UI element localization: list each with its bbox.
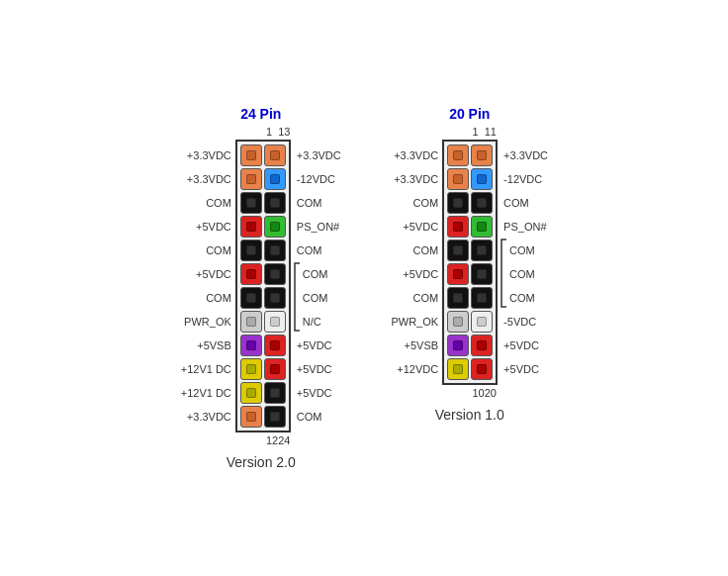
left-label-0: +3.3VDC [394,144,438,167]
pin-4 [447,192,469,214]
pin-5 [471,192,493,214]
left-label-4: COM [206,239,231,262]
pin-8 [447,240,469,261]
left-labels-v10: +3.3VDC+3.3VDCCOM+5VDCCOM+5VDCCOMPWR_OK+… [391,144,438,381]
pin-9 [264,240,286,261]
left-label-2: COM [412,191,438,215]
right-label-4: COM [293,239,341,262]
pin-top-left-v10: 1 [473,126,479,138]
pin-15 [264,311,286,333]
right-label-0: +3.3VDC [500,144,548,167]
pin-8 [240,240,262,261]
left-label-1: +3.3VDC [187,167,231,191]
right-label-8: +5VDC [500,334,548,357]
left-label-6: COM [206,286,231,310]
pin-6 [240,216,262,238]
pin-2 [447,168,469,190]
main-container: 24 Pin 1 13 +3.3VDC+3.3VDCCOM+5VDCCOM+5V… [155,86,573,490]
connector-v10: 20 Pin 1 11 +3.3VDC+3.3VDCCOM+5VDCCOM+5V… [387,106,554,423]
pin-4 [240,192,262,214]
left-label-1: +3.3VDC [394,167,438,191]
pin-14 [447,311,469,333]
left-label-4: COM [412,239,438,262]
left-label-8: +5VSB [405,334,439,357]
connector-v20: 24 Pin 1 13 +3.3VDC+3.3VDCCOM+5VDCCOM+5V… [175,106,347,470]
pin-10 [447,263,469,285]
right-side-v20: +3.3VDC-12VDCCOMPS_ON#COMCOMCOMN/C+5VDC+… [293,144,341,429]
pin-10 [240,263,262,285]
pin-7 [264,216,286,238]
pin-0 [447,144,469,166]
pin-16 [240,335,262,356]
left-label-9: +12VDC [397,357,438,381]
pin-12 [447,287,469,309]
connector-body-v20: +3.3VDC+3.3VDCCOM+5VDCCOM+5VDCCOMPWR_OK+… [181,140,341,432]
version-v10: Version 1.0 [435,407,504,423]
pin-18 [447,358,469,380]
pin-23 [264,406,286,428]
left-label-7: PWR_OK [391,310,438,334]
left-label-6: COM [412,286,438,310]
left-label-7: PWR_OK [184,310,231,334]
left-labels-v20: +3.3VDC+3.3VDCCOM+5VDCCOM+5VDCCOMPWR_OK+… [181,144,231,429]
pin-1 [264,144,286,166]
pin-9 [471,240,493,261]
pin-16 [447,335,469,356]
pin-22 [240,406,262,428]
right-labels-v10: +3.3VDC-12VDCCOMPS_ON#COMCOMCOM-5VDC+5VD… [500,144,548,381]
pin-grid-v10 [442,140,498,385]
pin-19 [471,358,493,380]
pin-21 [264,382,286,404]
connector-title-v20: 24 Pin [240,106,281,122]
pin-11 [471,263,493,285]
pin-19 [264,358,286,380]
pin-top-right-v10: 11 [485,126,497,138]
pin-11 [264,263,286,285]
pin-13 [471,287,493,309]
pin-bot-right-v20: 24 [278,434,290,446]
pin-grid-v20 [235,140,291,432]
pin-7 [471,216,493,238]
right-label-10: +5VDC [293,381,341,405]
right-label-0: +3.3VDC [293,144,341,167]
left-label-3: +5VDC [196,215,231,239]
right-label-9: +5VDC [500,357,548,381]
left-label-0: +3.3VDC [187,144,231,167]
pin-13 [264,287,286,309]
pin-3 [264,168,286,190]
pin-3 [471,168,493,190]
pin-bot-right-v10: 20 [485,387,497,399]
pin-bot-left-v20: 12 [266,434,278,446]
right-label-11: COM [293,405,341,429]
pin-14 [240,311,262,333]
right-label-2: COM [293,191,341,215]
pin-2 [240,168,262,190]
pin-20 [240,382,262,404]
version-v20: Version 2.0 [227,454,296,470]
left-label-8: +5VSB [197,334,231,357]
pin-1 [471,144,493,166]
left-label-5: +5VDC [403,262,438,286]
left-label-2: COM [206,191,231,215]
pin-top-right-v20: 13 [278,126,290,138]
right-label-9: +5VDC [293,357,341,381]
pin-top-left-v20: 1 [266,126,272,138]
right-label-1: -12VDC [293,167,341,191]
connector-title-v10: 20 Pin [449,106,490,122]
left-label-11: +3.3VDC [187,405,231,429]
pin-12 [240,287,262,309]
left-label-10: +12V1 DC [181,381,231,405]
pin-18 [240,358,262,380]
pin-17 [264,335,286,356]
pin-0 [240,144,262,166]
connector-body-v10: +3.3VDC+3.3VDCCOM+5VDCCOM+5VDCCOMPWR_OK+… [391,140,548,385]
pin-17 [471,335,493,356]
right-label-8: +5VDC [293,334,341,357]
right-label-3: PS_ON# [500,215,548,239]
right-label-3: PS_ON# [293,215,341,239]
right-label-1: -12VDC [500,167,548,191]
pin-15 [471,311,493,333]
right-side-v10: +3.3VDC-12VDCCOMPS_ON#COMCOMCOM-5VDC+5VD… [500,144,548,381]
left-label-5: +5VDC [196,262,231,286]
right-label-7: -5VDC [500,310,548,334]
